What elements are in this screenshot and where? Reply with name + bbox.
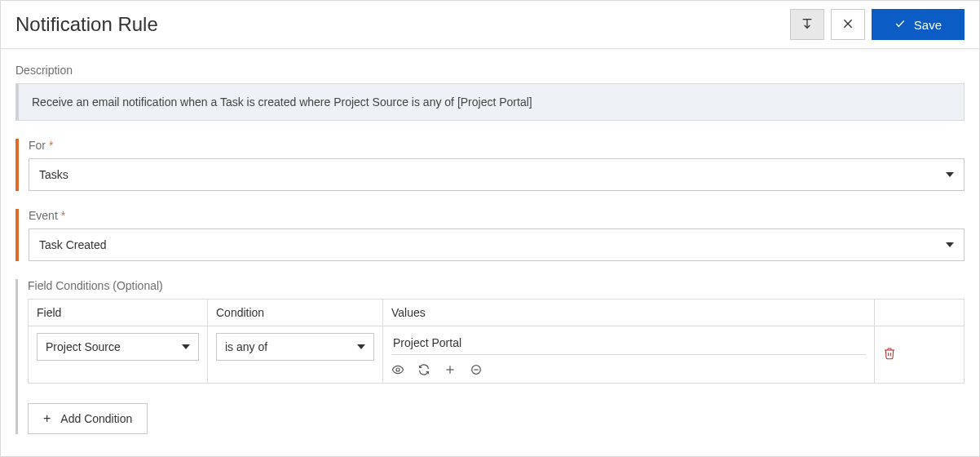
for-select[interactable]: Tasks	[29, 158, 965, 191]
plus-icon[interactable]	[444, 363, 457, 376]
condition-field-select[interactable]: Project Source	[37, 333, 199, 361]
header-actions: Save	[790, 9, 965, 40]
col-header-actions	[875, 299, 965, 326]
description-label: Description	[15, 64, 965, 77]
description-box: Receive an email notification when a Tas…	[15, 83, 965, 121]
event-select-value: Task Created	[39, 238, 106, 251]
table-header-row: Field Condition Values	[29, 299, 965, 326]
event-label-text: Event	[29, 209, 58, 222]
for-field-group: For * Tasks	[15, 139, 965, 191]
event-label: Event *	[29, 209, 965, 222]
table-row: Project Source is any of Project Portal	[29, 326, 965, 384]
value-action-icons	[391, 355, 866, 376]
caret-down-icon	[946, 172, 954, 177]
eye-icon[interactable]	[391, 363, 404, 376]
import-export-icon	[801, 17, 814, 33]
minus-circle-icon[interactable]	[470, 363, 483, 376]
condition-value-text: Project Portal	[393, 336, 461, 349]
caret-down-icon	[357, 344, 365, 349]
condition-operator-select[interactable]: is any of	[216, 333, 374, 361]
svg-point-4	[396, 368, 400, 371]
close-button[interactable]	[831, 9, 865, 40]
condition-operator-value: is any of	[225, 340, 267, 353]
conditions-table: Field Condition Values Project Source	[28, 299, 965, 384]
col-header-condition: Condition	[208, 299, 383, 326]
page-header: Notification Rule	[1, 1, 979, 49]
required-asterisk: *	[61, 209, 65, 222]
page-title: Notification Rule	[15, 13, 158, 36]
content-area: Description Receive an email notificatio…	[1, 49, 979, 449]
condition-value-input[interactable]: Project Portal	[391, 333, 866, 355]
for-select-value: Tasks	[39, 168, 68, 181]
save-button-label: Save	[914, 18, 942, 32]
close-icon	[841, 17, 854, 33]
event-field-group: Event * Task Created	[15, 209, 965, 261]
refresh-icon[interactable]	[417, 363, 430, 376]
condition-field-value: Project Source	[46, 340, 121, 353]
required-asterisk: *	[49, 139, 53, 152]
import-export-button[interactable]	[790, 9, 824, 40]
trash-icon[interactable]	[883, 346, 896, 361]
caret-down-icon	[182, 344, 190, 349]
field-conditions-label: Field Conditions (Optional)	[28, 279, 965, 292]
col-header-values: Values	[383, 299, 875, 326]
plus-icon: +	[43, 412, 51, 425]
col-header-field: Field	[29, 299, 208, 326]
for-label: For *	[29, 139, 965, 152]
add-condition-label: Add Condition	[60, 412, 132, 425]
for-label-text: For	[29, 139, 46, 152]
check-icon	[894, 18, 906, 32]
field-conditions-group: Field Conditions (Optional) Field Condit…	[15, 279, 965, 434]
description-text: Receive an email notification when a Tas…	[32, 95, 532, 109]
save-button[interactable]: Save	[872, 9, 965, 40]
caret-down-icon	[946, 242, 954, 247]
event-select[interactable]: Task Created	[29, 228, 965, 261]
add-condition-button[interactable]: + Add Condition	[28, 403, 148, 434]
